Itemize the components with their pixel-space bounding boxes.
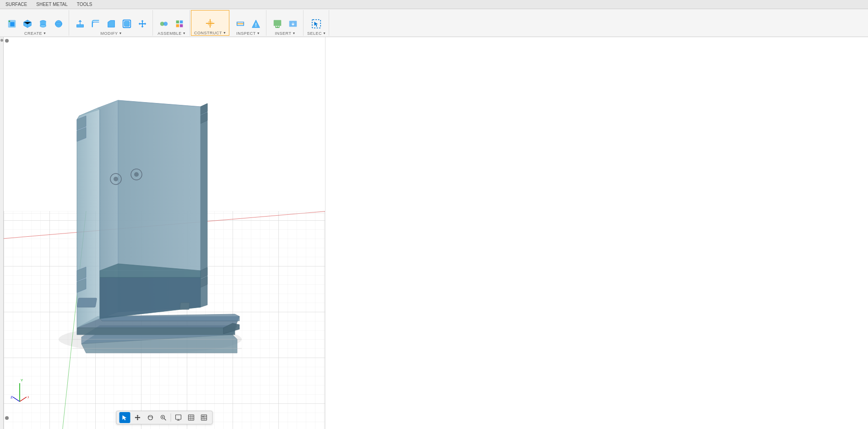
- zoom-btn[interactable]: [158, 412, 169, 423]
- snap-settings-btn[interactable]: [199, 412, 210, 423]
- create-label-row[interactable]: CREATE ▼: [24, 30, 46, 36]
- display-settings-btn[interactable]: [173, 412, 184, 423]
- construct-label-row[interactable]: CONSTRUCT ▼: [194, 30, 226, 35]
- press-pull-btn[interactable]: [73, 17, 87, 30]
- move-btn[interactable]: [135, 17, 150, 30]
- select-buttons: [309, 17, 324, 30]
- inspect-buttons: [233, 17, 263, 30]
- tab-sheet-metal[interactable]: SHEET METAL: [33, 1, 71, 8]
- select-btn[interactable]: [309, 17, 324, 30]
- inspect-label: INSPECT: [236, 31, 256, 36]
- select-icon: [311, 18, 322, 29]
- chamfer-btn[interactable]: [104, 17, 119, 30]
- pan-btn[interactable]: [132, 412, 143, 423]
- svg-rect-11: [125, 22, 130, 27]
- svg-text:Y: Y: [21, 378, 23, 382]
- assemble-2-icon: [174, 18, 185, 29]
- tab-tools[interactable]: TOOLS: [73, 1, 96, 8]
- svg-rect-17: [180, 24, 183, 27]
- shell-icon: [121, 18, 132, 29]
- chamfer-icon: [106, 18, 117, 29]
- box-icon: [22, 18, 33, 29]
- cursor-mode-btn[interactable]: [119, 412, 130, 423]
- grid-settings-btn[interactable]: [186, 412, 197, 423]
- assemble-dropdown-arrow: ▼: [183, 32, 186, 35]
- viewport[interactable]: X Y Z: [4, 37, 325, 429]
- insert-label-row[interactable]: INSERT ▼: [275, 30, 296, 36]
- svg-rect-63: [77, 298, 97, 307]
- assemble-btn-1[interactable]: [157, 17, 171, 30]
- modify-buttons: [73, 17, 150, 30]
- svg-rect-64: [180, 303, 190, 310]
- assemble-buttons: [157, 17, 187, 30]
- inspect-2-icon: [250, 18, 261, 29]
- fillet-btn[interactable]: [88, 17, 103, 30]
- svg-point-2: [9, 21, 11, 22]
- 3d-model[interactable]: [27, 74, 301, 385]
- move-icon: [137, 18, 148, 29]
- select-label-row[interactable]: SELEC ▼: [307, 30, 326, 36]
- insert-dropdown-arrow: ▼: [292, 32, 295, 35]
- select-dropdown-arrow: ▼: [323, 32, 326, 35]
- tab-row: SURFACE SHEET METAL TOOLS: [0, 0, 868, 9]
- inspect-dropdown-arrow: ▼: [257, 32, 260, 35]
- svg-rect-82: [189, 415, 194, 420]
- construct-label: CONSTRUCT: [194, 31, 222, 35]
- insert-1-icon: [272, 18, 283, 29]
- toolbar-group-insert: INSERT ▼: [267, 10, 304, 36]
- svg-rect-8: [77, 25, 84, 27]
- viewport-handle-bottom[interactable]: [5, 416, 9, 420]
- assemble-btn-2[interactable]: [172, 17, 187, 30]
- insert-label: INSERT: [275, 31, 292, 36]
- svg-point-5: [40, 25, 46, 27]
- inspect-btn-2[interactable]: [249, 17, 263, 30]
- svg-marker-9: [108, 21, 115, 27]
- button-row: CREATE ▼: [0, 9, 868, 37]
- svg-rect-79: [176, 415, 181, 419]
- create-large-btn[interactable]: [5, 17, 19, 30]
- sphere-btn[interactable]: [51, 17, 66, 30]
- svg-rect-26: [274, 20, 282, 26]
- svg-marker-40: [77, 328, 235, 335]
- main-area: X Y Z: [0, 37, 868, 429]
- svg-point-74: [148, 415, 153, 420]
- insert-btn-2[interactable]: [286, 17, 300, 30]
- modify-label: MODIFY: [101, 31, 118, 36]
- modify-label-row[interactable]: MODIFY ▼: [101, 30, 122, 36]
- box-btn[interactable]: [20, 17, 35, 30]
- orbit-btn[interactable]: [145, 412, 156, 423]
- inspect-label-row[interactable]: INSPECT ▼: [236, 30, 260, 36]
- modify-dropdown-arrow: ▼: [119, 32, 122, 35]
- shell-btn[interactable]: [119, 17, 134, 30]
- svg-point-13: [163, 22, 168, 26]
- toolbar-group-modify: MODIFY ▼: [70, 10, 153, 36]
- inspect-1-icon: [235, 18, 246, 29]
- svg-rect-16: [176, 24, 179, 27]
- right-panel: [325, 37, 868, 429]
- svg-rect-15: [180, 21, 183, 23]
- inspect-btn-1[interactable]: [233, 17, 248, 30]
- svg-point-92: [202, 416, 204, 418]
- svg-point-60: [134, 172, 139, 177]
- create-label: CREATE: [24, 31, 42, 36]
- svg-line-68: [20, 397, 27, 402]
- insert-btn-1[interactable]: [270, 17, 285, 30]
- toolbar-group-select: SELEC ▼: [304, 10, 329, 36]
- assemble-label-row[interactable]: ASSEMBLE ▼: [157, 30, 185, 36]
- svg-point-6: [55, 21, 62, 27]
- construct-btn[interactable]: [203, 17, 217, 30]
- construct-dropdown-arrow: ▼: [223, 31, 226, 34]
- sidebar-dot-1[interactable]: [0, 39, 3, 42]
- construct-buttons: [203, 17, 217, 30]
- coordinate-axes: X Y Z: [11, 374, 29, 411]
- fillet-icon: [90, 18, 101, 29]
- viewport-handle-top[interactable]: [5, 39, 9, 43]
- new-component-icon: [6, 18, 17, 29]
- tab-surface[interactable]: SURFACE: [2, 1, 31, 8]
- insert-2-icon: [288, 18, 298, 29]
- bottom-divider-1: [171, 413, 171, 422]
- assemble-1-icon: [158, 18, 169, 29]
- cylinder-btn[interactable]: [36, 17, 50, 30]
- svg-rect-14: [176, 21, 179, 23]
- create-dropdown-arrow: ▼: [43, 32, 46, 35]
